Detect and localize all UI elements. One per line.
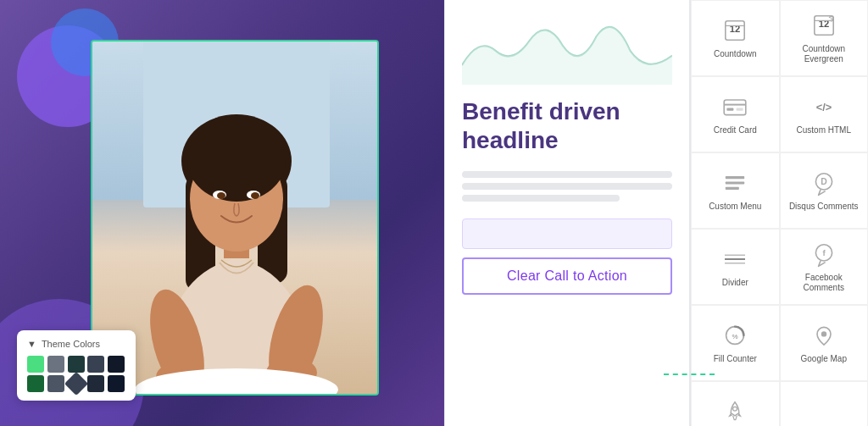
wave-chart [462,17,672,85]
sidebar-item-divider[interactable]: Divider [691,229,780,305]
divider-icon [721,246,748,273]
cta-area: Clear Call to Action [462,219,672,295]
countdown-evergreen-icon: 12 [810,12,837,39]
connector-line [664,373,715,375]
text-lines [462,171,672,202]
sidebar-item-credit-card-label: Credit Card [714,125,757,136]
sidebar-item-countdown-evergreen[interactable]: 12 Countdown Evergreen [780,0,869,76]
countdown-icon: 12 [721,17,748,44]
color-swatch[interactable] [87,375,104,392]
svg-rect-24 [724,100,746,115]
canvas-area: ✛ ↺ ⊕ ⚙ ✕ [0,0,444,426]
theme-colors-header[interactable]: ▼ Theme Colors [27,339,125,349]
sidebar-item-empty [780,381,869,426]
svg-text:D: D [821,177,827,186]
sidebar-grid: 12 Countdown 12 Countdown Evergreen [691,0,868,426]
sidebar-item-credit-card[interactable]: Credit Card [691,76,780,152]
cta-button-label: Clear Call to Action [507,268,627,284]
sidebar-item-countdown-evergreen-label: Countdown Evergreen [787,44,861,64]
sidebar-item-custom-html[interactable]: </> Custom HTML [780,76,869,152]
svg-rect-29 [726,176,744,179]
sidebar-item-disqus-label: Disqus Comments [789,202,859,212]
theme-colors-label: Theme Colors [42,339,100,349]
svg-rect-27 [737,108,743,111]
svg-rect-31 [726,187,739,190]
color-swatch[interactable] [27,375,44,392]
sidebar-item-fill-counter-label: Fill Counter [714,354,757,364]
cta-input[interactable] [462,219,672,249]
sidebar-item-fill-counter[interactable]: % Fill Counter [691,305,780,381]
text-line [462,183,672,190]
color-swatch[interactable] [68,356,85,373]
color-swatches [27,356,125,392]
cta-button[interactable]: Clear Call to Action [462,257,672,295]
color-swatch[interactable] [47,375,64,392]
svg-rect-30 [726,181,744,184]
sidebar-item-custom-html-label: Custom HTML [797,125,851,136]
svg-rect-26 [727,108,734,111]
color-swatch[interactable] [108,375,125,392]
svg-text:f: f [822,248,826,257]
sidebar-item-disqus[interactable]: D Disqus Comments [780,152,869,229]
color-swatch[interactable] [64,372,87,396]
svg-point-42 [733,407,737,411]
sidebar-item-countdown[interactable]: 12 Countdown [691,0,780,76]
svg-point-14 [217,192,225,199]
benefit-headline: Benefit drivenheadline [462,97,672,154]
sidebar-item-google-map[interactable]: Google Map [780,305,869,381]
svg-point-6 [187,120,286,202]
sidebar-item-facebook-label: Facebook Comments [787,273,861,293]
fill-counter-icon: % [721,322,748,349]
svg-text:12: 12 [730,24,740,34]
sidebar-item-facebook[interactable]: f Facebook Comments [780,229,869,305]
content-area: Benefit drivenheadline Clear Call to Act… [444,0,690,426]
color-swatch[interactable] [47,356,64,373]
svg-point-41 [821,331,826,336]
sidebar-item-custom-menu[interactable]: Custom Menu [691,152,780,229]
sidebar: 12 Countdown 12 Countdown Evergreen [690,0,868,426]
svg-point-15 [251,192,259,199]
theme-colors-panel: ▼ Theme Colors [17,330,136,401]
google-map-icon [810,322,837,349]
facebook-icon: f [810,241,837,268]
lead-generation-icon [721,398,748,425]
sidebar-item-custom-menu-label: Custom Menu [709,202,761,212]
sidebar-item-lead-generation[interactable]: Lead Generation [691,381,780,426]
disqus-icon: D [810,169,837,196]
credit-card-icon [721,93,748,120]
text-line [462,195,620,202]
svg-text:</>: </> [815,101,832,113]
custom-menu-icon [721,169,748,196]
chevron-down-icon: ▼ [27,339,36,349]
color-swatch[interactable] [27,356,44,373]
text-line [462,171,672,178]
sidebar-item-google-map-label: Google Map [801,354,847,364]
custom-html-icon: </> [810,93,837,120]
color-swatch[interactable] [108,356,125,373]
svg-text:%: % [732,333,738,340]
svg-text:12: 12 [819,19,829,29]
sidebar-item-countdown-label: Countdown [714,49,757,59]
color-swatch[interactable] [87,356,104,373]
sidebar-item-divider-label: Divider [722,278,748,288]
